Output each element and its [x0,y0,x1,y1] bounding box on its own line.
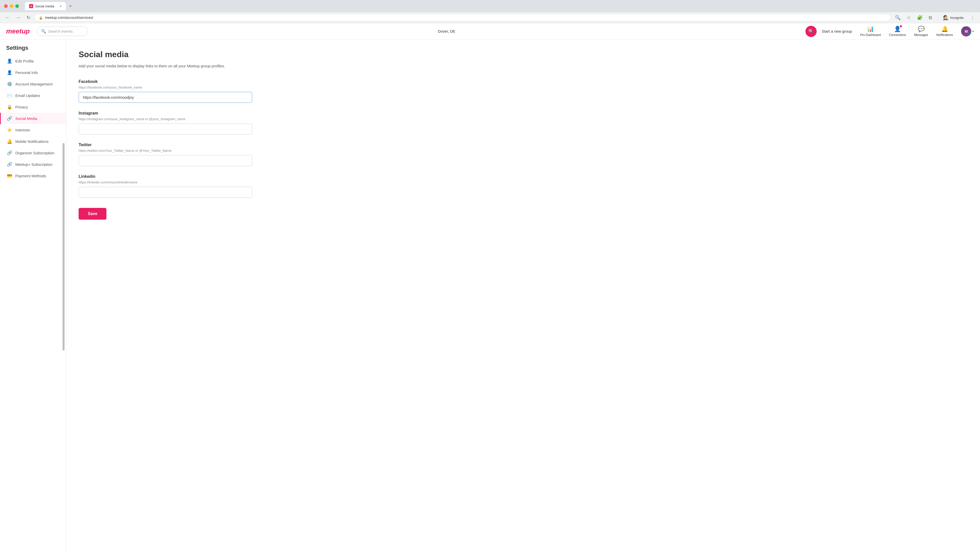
avatar-wrapper[interactable]: M ▾ [961,26,974,37]
interests-label: Interests [15,128,30,132]
edit-profile-icon: 👤 [7,59,12,64]
privacy-icon: 🔒 [7,104,12,110]
sidebar-item-account-management[interactable]: ⚙️ Account Management [0,78,66,90]
twitter-hint: https://twitter.com/Your_Twitter_Name or… [79,149,252,152]
sidebar: Settings 👤 Edit Profile 👤 Personal Info … [0,40,66,551]
start-new-group-button[interactable]: Start a new group [822,29,852,33]
tab-favicon: m [29,4,33,8]
meetup-logo[interactable]: meetup [6,27,32,35]
search-icon: 🔍 [41,29,46,34]
instagram-label: Instagram [79,111,252,116]
instagram-hint: https://instagram.com/your_instagram_nam… [79,117,252,121]
mobile-notifications-icon: 🔔 [7,139,12,144]
tab-bar: m Social media × + [22,2,976,10]
social-media-icon: 🔗 [7,116,12,121]
forward-button[interactable]: → [14,14,22,21]
sidebar-item-mobile-notifications[interactable]: 🔔 Mobile Notifications [0,136,66,147]
sidebar-item-social-media[interactable]: 🔗 Social Media [0,113,66,124]
location-text: Dover, DE [438,29,455,33]
twitter-input[interactable] [79,155,252,166]
refresh-button[interactable]: ↻ [24,14,32,21]
bookmark-button[interactable]: ☆ [905,14,913,21]
avatar-chevron-icon[interactable]: ▾ [972,30,974,33]
edit-profile-label: Edit Profile [15,59,34,63]
incognito-indicator: 🕵️ Incognito [940,14,966,21]
sidebar-nav: 👤 Edit Profile 👤 Personal Info ⚙️ Accoun… [0,56,66,182]
social-media-label: Social Media [15,116,37,121]
sidebar-item-personal-info[interactable]: 👤 Personal Info [0,67,66,78]
privacy-label: Privacy [15,105,28,109]
avatar[interactable]: M [961,26,971,37]
personal-info-label: Personal Info [15,70,38,75]
account-management-label: Account Management [15,82,52,86]
messages-label: Messages [914,33,928,37]
organizer-subscription-icon: 🔗 [7,150,12,156]
new-tab-button[interactable]: + [67,3,74,10]
titlebar: m Social media × + [0,0,980,12]
page-title: Social media [79,50,968,59]
facebook-section: Facebook https://facebook.com/your_faceb… [79,79,252,103]
main-layout: Settings 👤 Edit Profile 👤 Personal Info … [0,40,980,551]
notifications-label: Notifications [936,33,953,37]
responsive-button[interactable]: ⧉ [927,14,934,21]
messages-icon: 💬 [918,26,924,32]
browser-search-button[interactable]: 🔍 [893,14,903,21]
email-updates-icon: ✉️ [7,93,12,98]
sidebar-item-email-updates[interactable]: ✉️ Email Updates [0,90,66,101]
email-updates-label: Email Updates [15,94,40,98]
back-button[interactable]: ← [3,14,12,21]
url-bar[interactable]: 🔒 meetup.com/account/services/ [35,14,891,21]
url-text: meetup.com/account/services/ [45,16,886,20]
nav-item-connections[interactable]: 👤 Connections [886,24,909,39]
connections-badge [900,25,902,27]
extensions-button[interactable]: 🧩 [915,14,924,21]
browser-actions: 🔍 ☆ 🧩 ⧉ 🕵️ Incognito ⋮ [893,14,977,21]
incognito-label: Incognito [950,16,964,20]
sidebar-item-interests[interactable]: ⭐ Interests [0,124,66,136]
save-button[interactable]: Save [79,208,107,220]
minimize-window-button[interactable] [10,4,13,8]
sidebar-item-payment-methods[interactable]: 💳 Payment Methods [0,170,66,182]
linkedin-input[interactable] [79,187,252,198]
payment-methods-icon: 💳 [7,173,12,179]
linkedin-label: Linkedin [79,174,252,179]
organizer-subscription-label: Organizer Subscription [15,151,54,155]
location-display[interactable]: Dover, DE [93,29,800,33]
account-management-icon: ⚙️ [7,81,12,87]
more-options-button[interactable]: ⋮ [968,14,977,21]
search-bar[interactable]: 🔍 Search events [37,27,88,36]
sidebar-title: Settings [0,44,66,56]
close-tab-button[interactable]: × [60,4,62,8]
search-button[interactable]: 🔍 [805,26,817,37]
browser-chrome: m Social media × + ← → ↻ 🔒 meetup.com/ac… [0,0,980,23]
nav-item-pro-dashboard[interactable]: 📊 Pro Dashboard [857,24,884,39]
app-header: meetup 🔍 Search events Dover, DE 🔍 Start… [0,23,980,40]
personal-info-icon: 👤 [7,70,12,75]
nav-item-messages[interactable]: 💬 Messages [911,24,931,39]
active-tab[interactable]: m Social media × [25,2,66,10]
save-button-wrapper: Save [79,206,968,220]
linkedin-section: Linkedin https://linkedin.com/in/yourlin… [79,174,252,198]
search-placeholder: Search events [48,29,73,33]
twitter-section: Twitter https://twitter.com/Your_Twitter… [79,143,252,166]
facebook-input[interactable] [79,92,252,103]
tab-title: Social media [35,4,54,8]
twitter-label: Twitter [79,143,252,147]
interests-icon: ⭐ [7,127,12,133]
meetup-subscription-icon: 🔗 [7,162,12,167]
linkedin-hint: https://linkedin.com/in/yourlinkedinname [79,180,252,184]
window-controls [4,4,19,8]
sidebar-item-edit-profile[interactable]: 👤 Edit Profile [0,56,66,67]
sidebar-item-privacy[interactable]: 🔒 Privacy [0,101,66,113]
sidebar-item-meetup-subscription[interactable]: 🔗 Meetup+ Subscription [0,159,66,170]
close-window-button[interactable] [4,4,8,8]
page-description: Add your social media below to display l… [79,63,252,69]
maximize-window-button[interactable] [15,4,19,8]
pro-dashboard-icon: 📊 [867,26,874,32]
instagram-input[interactable] [79,124,252,135]
mobile-notifications-label: Mobile Notifications [15,139,48,144]
address-bar: ← → ↻ 🔒 meetup.com/account/services/ 🔍 ☆… [0,12,980,23]
nav-item-notifications[interactable]: 🔔 Notifications [933,24,956,39]
instagram-section: Instagram https://instagram.com/your_ins… [79,111,252,135]
sidebar-item-organizer-subscription[interactable]: 🔗 Organizer Subscription [0,147,66,159]
